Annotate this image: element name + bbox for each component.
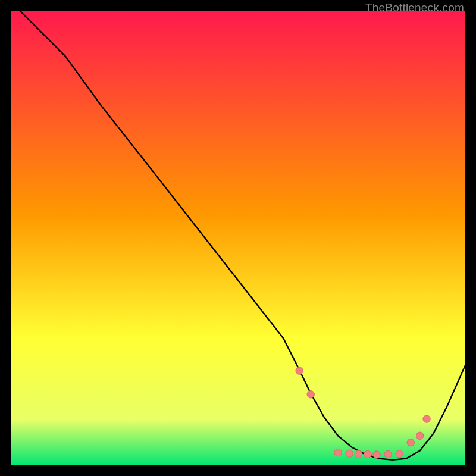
chart-plot-area [11,11,465,465]
marker-dot [355,450,362,458]
marker-dot [364,450,371,458]
marker-dot [407,439,414,446]
marker-dot [423,415,430,422]
marker-dot [307,391,314,398]
marker-dot [334,449,342,456]
gradient-background [11,11,465,465]
marker-dot [346,450,353,457]
marker-dot [416,432,423,439]
marker-dot [384,450,392,458]
watermark-text: TheBottleneck.com [365,1,464,14]
chart-svg [11,11,465,465]
marker-dot [396,450,403,458]
marker-dot [296,367,303,374]
marker-dot [373,451,380,458]
